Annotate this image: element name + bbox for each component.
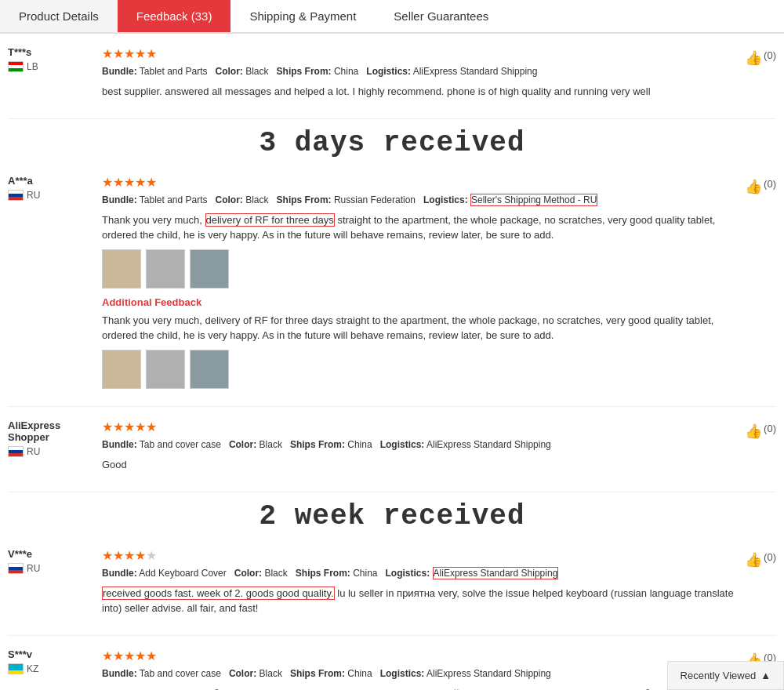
review-content: ★★★★★ Bundle: Tablet and Parts Color: Bl… <box>102 175 737 394</box>
additional-feedback-text: Thank you very much, delivery of RF for … <box>102 313 737 343</box>
reviewer-name: A***a <box>8 175 33 187</box>
additional-feedback-label: Additional Feedback <box>102 296 737 308</box>
review-item: AliExpress Shopper RU ★★★★★ Bundle: Tab … <box>8 407 776 492</box>
recently-viewed-label: Recently Viewed <box>681 670 757 681</box>
thumb-up-icon: 👍 <box>745 551 762 568</box>
review-meta: Bundle: Tab and cover case Color: Black … <box>102 438 737 452</box>
additional-feedback-images <box>102 350 737 389</box>
review-meta: Bundle: Add Keyboard Cover Color: Black … <box>102 566 737 581</box>
star-rating: ★★★★★ <box>102 419 737 434</box>
reviewer-country: LB <box>8 61 38 72</box>
thumb-up-icon: 👍 <box>745 178 762 195</box>
annotation-2-week: 2 week received <box>8 492 776 536</box>
reviewer-info: T***s LB <box>8 46 102 106</box>
review-item: A***a RU ★★★★★ Bundle: Tablet and Parts … <box>8 162 776 407</box>
country-code: KZ <box>27 663 38 674</box>
review-image[interactable] <box>102 249 141 289</box>
reviews-container: T***s LB ★★★★★ Bundle: Tablet and Parts … <box>0 34 784 690</box>
review-content: ★★★★★ Bundle: Add Keyboard Cover Color: … <box>102 548 737 623</box>
review-meta: Bundle: Tab and cover case Color: Black … <box>102 666 737 681</box>
review-image[interactable] <box>190 350 229 389</box>
reviewer-country: RU <box>8 563 40 574</box>
country-code: RU <box>27 563 40 574</box>
flag-icon <box>8 446 24 457</box>
recently-viewed-button[interactable]: Recently Viewed ▲ <box>667 661 784 690</box>
review-images <box>102 249 737 289</box>
review-text: best supplier. answered all messages and… <box>102 84 737 100</box>
reviewer-country: RU <box>8 190 40 201</box>
flag-icon <box>8 663 24 674</box>
annotation-3-days: 3 days received <box>8 119 776 162</box>
review-image[interactable] <box>146 249 185 289</box>
review-item: T***s LB ★★★★★ Bundle: Tablet and Parts … <box>8 34 776 119</box>
highlighted-phrase: delivery of RF for three days <box>205 213 335 227</box>
tab-product-details[interactable]: Product Details <box>0 0 118 32</box>
logistics-value: Seller's Shipping Method - RU <box>470 194 597 206</box>
reviewer-info: S***v KZ <box>8 648 102 690</box>
like-count: (0) <box>764 178 776 190</box>
reviewer-info: V***e RU <box>8 548 102 623</box>
thumb-up-icon: 👍 <box>745 49 762 67</box>
additional-feedback: Additional Feedback Thank you very much,… <box>102 296 737 389</box>
flag-icon <box>8 190 24 201</box>
star-rating: ★★★★★ <box>102 175 737 190</box>
review-text: received goods fast. week of 2. goods go… <box>102 586 737 616</box>
country-code: LB <box>27 61 38 72</box>
review-item: V***e RU ★★★★★ Bundle: Add Keyboard Cove… <box>8 536 776 636</box>
review-item: S***v KZ ★★★★★ Bundle: Tab and cover cas… <box>8 636 776 690</box>
like-count: (0) <box>764 423 776 434</box>
review-text: Good <box>102 457 737 473</box>
flag-icon <box>8 61 24 72</box>
like-button[interactable]: 👍 (0) <box>737 419 776 479</box>
review-image[interactable] <box>190 249 229 289</box>
like-count: (0) <box>764 49 776 61</box>
highlighted-phrase: received goods fast. week of 2. goods go… <box>102 586 335 600</box>
review-text: Я в восторге, отправка быстрая, трек отс… <box>102 686 737 690</box>
star-rating: ★★★★★ <box>102 46 737 61</box>
flag-icon <box>8 563 24 574</box>
tab-feedback[interactable]: Feedback (33) <box>118 0 231 32</box>
review-content: ★★★★★ Bundle: Tab and cover case Color: … <box>102 419 737 479</box>
like-count: (0) <box>764 551 776 563</box>
thumb-up-icon: 👍 <box>745 423 762 440</box>
tab-shipping[interactable]: Shipping & Payment <box>230 0 375 32</box>
reviewer-country: KZ <box>8 663 38 674</box>
reviewer-name: AliExpress Shopper <box>8 419 94 443</box>
review-content: ★★★★★ Bundle: Tab and cover case Color: … <box>102 648 737 690</box>
country-code: RU <box>27 446 40 457</box>
review-meta: Bundle: Tablet and Parts Color: Black Sh… <box>102 193 737 208</box>
like-button[interactable]: 👍 (0) <box>737 46 776 106</box>
country-code: RU <box>27 190 40 201</box>
star-rating: ★★★★★ <box>102 548 737 563</box>
reviewer-name: V***e <box>8 548 32 560</box>
review-text: Thank you very much, delivery of RF for … <box>102 212 737 243</box>
reviewer-country: RU <box>8 446 40 457</box>
tab-bar: Product Details Feedback (33) Shipping &… <box>0 0 784 34</box>
chevron-up-icon: ▲ <box>760 670 771 681</box>
like-button[interactable]: 👍 (0) <box>737 548 776 623</box>
like-button[interactable]: 👍 (0) <box>737 175 776 394</box>
reviewer-name: S***v <box>8 648 32 660</box>
review-meta: Bundle: Tablet and Parts Color: Black Sh… <box>102 64 737 79</box>
reviewer-name: T***s <box>8 46 31 58</box>
star-rating: ★★★★★ <box>102 648 737 663</box>
logistics-value: AliExpress Standard Shipping <box>433 567 559 579</box>
review-image[interactable] <box>146 350 185 389</box>
reviewer-info: AliExpress Shopper RU <box>8 419 102 479</box>
tab-seller-guarantees[interactable]: Seller Guarantees <box>375 0 507 32</box>
review-content: ★★★★★ Bundle: Tablet and Parts Color: Bl… <box>102 46 737 106</box>
review-image[interactable] <box>102 350 141 389</box>
reviewer-info: A***a RU <box>8 175 102 394</box>
